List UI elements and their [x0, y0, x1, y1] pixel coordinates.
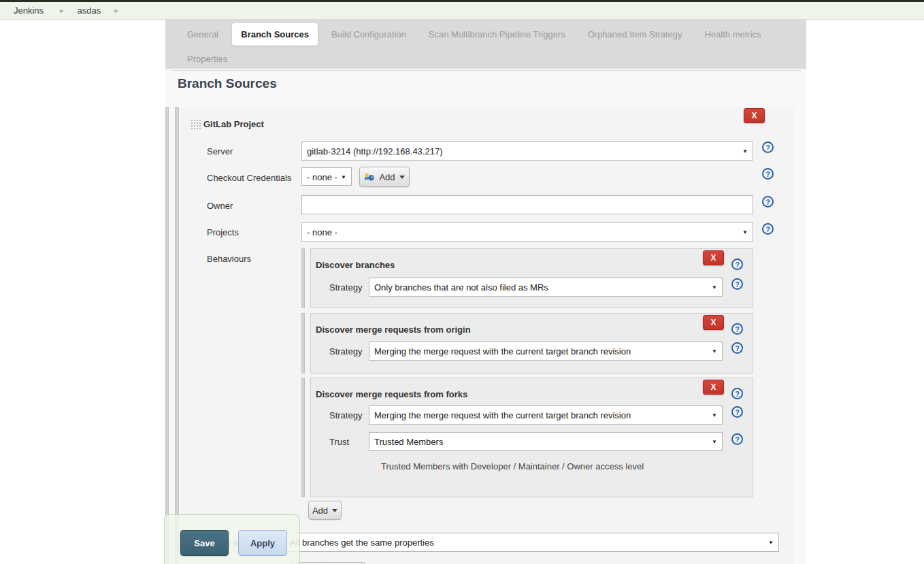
strategy-label: Strategy: [329, 346, 362, 356]
behaviour-discover-branches: X Discover branches ? Strategy Only bran…: [310, 248, 753, 308]
behaviour-title: Discover merge requests from origin: [316, 325, 471, 335]
delete-branch-source-button[interactable]: X: [744, 108, 765, 123]
help-icon[interactable]: ?: [762, 196, 774, 208]
behaviour-title: Discover branches: [316, 260, 395, 270]
checkout-credentials-select[interactable]: - none - ▼: [301, 167, 352, 186]
help-icon[interactable]: ?: [762, 168, 774, 180]
tab-health-metrics[interactable]: Health metrics: [695, 23, 770, 46]
tab-scan-multibranch-pipeline-triggers[interactable]: Scan Multibranch Pipeline Triggers: [420, 23, 574, 46]
apply-button[interactable]: Apply: [238, 530, 287, 556]
add-behaviour-button[interactable]: Add: [308, 501, 342, 520]
add-credentials-label: Add: [379, 172, 395, 182]
behaviour-strip: [301, 248, 305, 308]
projects-select[interactable]: - none - ▼: [301, 222, 753, 242]
tab-branch-sources[interactable]: Branch Sources: [232, 23, 318, 46]
trust-select[interactable]: Trusted Members ▼: [369, 432, 723, 451]
breadcrumb-asdas[interactable]: asdas: [78, 5, 101, 16]
strategy-label: Strategy: [329, 282, 362, 293]
owner-input[interactable]: [301, 195, 753, 214]
behaviour-discover-mr-origin: X Discover merge requests from origin ? …: [310, 313, 753, 374]
help-icon[interactable]: ?: [762, 223, 774, 235]
behaviour-strip: [301, 313, 305, 374]
breadcrumb-bar: Jenkins ▸ asdas ▸: [0, 0, 924, 20]
trust-label: Trust: [329, 437, 349, 447]
tab-build-configuration[interactable]: Build Configuration: [323, 23, 415, 46]
config-tab-bar: General Branch Sources Build Configurati…: [165, 19, 806, 69]
delete-behaviour-button[interactable]: X: [703, 315, 724, 330]
help-icon[interactable]: ?: [731, 388, 743, 399]
gitlab-project-panel: X GitLab Project Server gitlab-3214 (htt…: [181, 107, 794, 564]
behaviours-label: Behaviours: [207, 254, 251, 264]
strategy-label: Strategy: [329, 410, 362, 420]
select-caret-icon: ▼: [712, 412, 717, 418]
help-icon[interactable]: ?: [731, 259, 743, 270]
behaviour-strip: [301, 378, 305, 497]
save-button[interactable]: Save: [180, 530, 229, 556]
strategy-select[interactable]: Merging the merge request with the curre…: [369, 405, 723, 425]
delete-behaviour-button[interactable]: X: [703, 250, 724, 265]
breadcrumb-arrow-icon: ▸: [60, 6, 64, 15]
select-caret-icon: ▼: [712, 284, 717, 291]
caret-down-icon: [399, 176, 405, 179]
caret-down-icon: [332, 509, 337, 512]
branch-source-chunk-strip: [165, 107, 169, 564]
behaviour-discover-mr-forks: X Discover merge requests from forks ? S…: [310, 378, 753, 497]
trust-description: Trusted Members with Developer / Maintai…: [381, 461, 644, 471]
help-icon[interactable]: ?: [731, 433, 743, 445]
breadcrumb-arrow-icon: ▸: [114, 6, 118, 15]
help-icon[interactable]: ?: [762, 142, 774, 153]
drag-handle-icon[interactable]: [191, 119, 201, 131]
divider: [171, 70, 801, 71]
checkout-credentials-label: Checkout Credentials: [207, 173, 291, 183]
gitlab-project-chunk-strip: [175, 107, 179, 564]
delete-behaviour-button[interactable]: X: [703, 380, 724, 395]
help-icon[interactable]: ?: [731, 406, 743, 418]
key-icon: [364, 173, 375, 182]
property-strategy-select[interactable]: All branches get the same properties ▼: [284, 533, 779, 552]
strategy-select[interactable]: Only branches that are not also filed as…: [369, 278, 723, 297]
page-title: Branch Sources: [178, 76, 277, 91]
tab-properties[interactable]: Properties: [178, 48, 236, 70]
select-caret-icon: ▼: [742, 229, 748, 235]
tab-general[interactable]: General: [178, 23, 227, 46]
select-caret-icon: ▼: [742, 148, 748, 154]
owner-label: Owner: [207, 201, 233, 211]
tab-orphaned-item-strategy[interactable]: Orphaned Item Strategy: [579, 23, 691, 46]
behaviour-title: Discover merge requests from forks: [316, 389, 467, 399]
help-icon[interactable]: ?: [731, 342, 743, 354]
select-caret-icon: ▼: [341, 173, 346, 180]
breadcrumb-jenkins[interactable]: Jenkins: [14, 5, 44, 16]
strategy-select[interactable]: Merging the merge request with the curre…: [369, 342, 723, 361]
server-label: Server: [207, 146, 233, 156]
bottom-sticky-button-bar: Save Apply: [164, 514, 300, 564]
branch-source-type-title: GitLab Project: [203, 119, 264, 129]
help-icon[interactable]: ?: [731, 323, 743, 335]
projects-label: Projects: [207, 227, 239, 237]
help-icon[interactable]: ?: [731, 278, 743, 290]
select-caret-icon: ▼: [712, 439, 717, 445]
add-credentials-button[interactable]: Add: [359, 167, 410, 187]
select-caret-icon: ▼: [768, 540, 774, 546]
server-select[interactable]: gitlab-3214 (http://192.168.43.217) ▼: [301, 142, 753, 161]
add-behaviour-label: Add: [312, 505, 328, 516]
select-caret-icon: ▼: [712, 348, 717, 354]
